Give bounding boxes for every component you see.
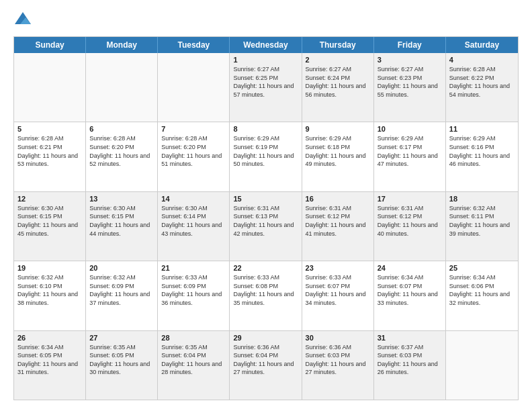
day-number: 9: [306, 125, 370, 133]
cell-details: Sunrise: 6:29 AMSunset: 6:16 PMDaylight:…: [449, 134, 515, 168]
day-number: 2: [306, 56, 370, 64]
calendar-cell: 12Sunrise: 6:30 AMSunset: 6:15 PMDayligh…: [14, 192, 86, 261]
cell-details: Sunrise: 6:27 AMSunset: 6:24 PMDaylight:…: [306, 65, 370, 99]
day-number: 28: [161, 334, 226, 342]
weekday-header: Monday: [86, 37, 158, 53]
day-number: 3: [378, 56, 442, 64]
calendar: SundayMondayTuesdayWednesdayThursdayFrid…: [13, 36, 519, 400]
calendar-cell: [158, 53, 230, 122]
calendar-cell: [446, 331, 518, 400]
day-number: 29: [233, 334, 298, 342]
cell-details: Sunrise: 6:27 AMSunset: 6:25 PMDaylight:…: [233, 65, 298, 99]
calendar-cell: 29Sunrise: 6:36 AMSunset: 6:04 PMDayligh…: [230, 331, 302, 400]
day-number: 10: [378, 125, 442, 133]
header: [13, 11, 519, 30]
logo-icon: [13, 11, 32, 30]
cell-details: Sunrise: 6:33 AMSunset: 6:07 PMDaylight:…: [306, 273, 370, 307]
logo: [13, 11, 35, 30]
calendar-cell: 25Sunrise: 6:34 AMSunset: 6:06 PMDayligh…: [446, 261, 518, 330]
cell-details: Sunrise: 6:31 AMSunset: 6:12 PMDaylight:…: [378, 204, 442, 238]
calendar-cell: 22Sunrise: 6:33 AMSunset: 6:08 PMDayligh…: [230, 261, 302, 330]
cell-details: Sunrise: 6:29 AMSunset: 6:17 PMDaylight:…: [378, 134, 442, 168]
weekday-header: Sunday: [14, 37, 86, 53]
cell-details: Sunrise: 6:28 AMSunset: 6:20 PMDaylight:…: [161, 134, 226, 168]
cell-details: Sunrise: 6:28 AMSunset: 6:22 PMDaylight:…: [449, 65, 515, 99]
weekday-header: Friday: [374, 37, 446, 53]
calendar-cell: 14Sunrise: 6:30 AMSunset: 6:14 PMDayligh…: [158, 192, 230, 261]
calendar-cell: 21Sunrise: 6:33 AMSunset: 6:09 PMDayligh…: [158, 261, 230, 330]
calendar-row: 12Sunrise: 6:30 AMSunset: 6:15 PMDayligh…: [14, 192, 518, 261]
day-number: 21: [161, 264, 226, 272]
day-number: 4: [449, 56, 515, 64]
cell-details: Sunrise: 6:33 AMSunset: 6:09 PMDaylight:…: [161, 273, 226, 307]
cell-details: Sunrise: 6:30 AMSunset: 6:15 PMDaylight:…: [17, 204, 82, 238]
calendar-cell: 18Sunrise: 6:32 AMSunset: 6:11 PMDayligh…: [446, 192, 518, 261]
weekday-header: Wednesday: [230, 37, 302, 53]
day-number: 20: [89, 264, 154, 272]
cell-details: Sunrise: 6:32 AMSunset: 6:11 PMDaylight:…: [449, 204, 515, 238]
calendar-cell: 8Sunrise: 6:29 AMSunset: 6:19 PMDaylight…: [230, 122, 302, 191]
cell-details: Sunrise: 6:33 AMSunset: 6:08 PMDaylight:…: [233, 273, 298, 307]
cell-details: Sunrise: 6:31 AMSunset: 6:13 PMDaylight:…: [233, 204, 298, 238]
page: SundayMondayTuesdayWednesdayThursdayFrid…: [0, 0, 532, 411]
day-number: 13: [89, 195, 154, 203]
calendar-row: 1Sunrise: 6:27 AMSunset: 6:25 PMDaylight…: [14, 53, 518, 122]
calendar-row: 19Sunrise: 6:32 AMSunset: 6:10 PMDayligh…: [14, 261, 518, 330]
day-number: 27: [89, 334, 154, 342]
calendar-cell: 23Sunrise: 6:33 AMSunset: 6:07 PMDayligh…: [302, 261, 374, 330]
calendar-cell: 13Sunrise: 6:30 AMSunset: 6:15 PMDayligh…: [86, 192, 158, 261]
day-number: 1: [233, 56, 298, 64]
calendar-cell: 1Sunrise: 6:27 AMSunset: 6:25 PMDaylight…: [230, 53, 302, 122]
cell-details: Sunrise: 6:34 AMSunset: 6:07 PMDaylight:…: [378, 273, 442, 307]
day-number: 17: [378, 195, 442, 203]
calendar-cell: 9Sunrise: 6:29 AMSunset: 6:18 PMDaylight…: [302, 122, 374, 191]
cell-details: Sunrise: 6:30 AMSunset: 6:14 PMDaylight:…: [161, 204, 226, 238]
cell-details: Sunrise: 6:29 AMSunset: 6:18 PMDaylight:…: [306, 134, 370, 168]
day-number: 5: [17, 125, 82, 133]
calendar-cell: 7Sunrise: 6:28 AMSunset: 6:20 PMDaylight…: [158, 122, 230, 191]
cell-details: Sunrise: 6:36 AMSunset: 6:03 PMDaylight:…: [306, 343, 370, 377]
calendar-cell: 16Sunrise: 6:31 AMSunset: 6:12 PMDayligh…: [302, 192, 374, 261]
day-number: 25: [449, 264, 515, 272]
day-number: 6: [89, 125, 154, 133]
calendar-cell: 5Sunrise: 6:28 AMSunset: 6:21 PMDaylight…: [14, 122, 86, 191]
calendar-cell: 15Sunrise: 6:31 AMSunset: 6:13 PMDayligh…: [230, 192, 302, 261]
calendar-cell: 24Sunrise: 6:34 AMSunset: 6:07 PMDayligh…: [374, 261, 446, 330]
calendar-row: 26Sunrise: 6:34 AMSunset: 6:05 PMDayligh…: [14, 331, 518, 400]
cell-details: Sunrise: 6:36 AMSunset: 6:04 PMDaylight:…: [233, 343, 298, 377]
day-number: 23: [306, 264, 370, 272]
day-number: 8: [233, 125, 298, 133]
cell-details: Sunrise: 6:30 AMSunset: 6:15 PMDaylight:…: [89, 204, 154, 238]
cell-details: Sunrise: 6:28 AMSunset: 6:21 PMDaylight:…: [17, 134, 82, 168]
day-number: 18: [449, 195, 515, 203]
cell-details: Sunrise: 6:27 AMSunset: 6:23 PMDaylight:…: [378, 65, 442, 99]
day-number: 30: [306, 334, 370, 342]
cell-details: Sunrise: 6:29 AMSunset: 6:19 PMDaylight:…: [233, 134, 298, 168]
calendar-body: 1Sunrise: 6:27 AMSunset: 6:25 PMDaylight…: [14, 53, 518, 400]
calendar-cell: 10Sunrise: 6:29 AMSunset: 6:17 PMDayligh…: [374, 122, 446, 191]
calendar-cell: 6Sunrise: 6:28 AMSunset: 6:20 PMDaylight…: [86, 122, 158, 191]
calendar-cell: [86, 53, 158, 122]
day-number: 7: [161, 125, 226, 133]
calendar-cell: 28Sunrise: 6:35 AMSunset: 6:04 PMDayligh…: [158, 331, 230, 400]
day-number: 11: [449, 125, 515, 133]
calendar-header: SundayMondayTuesdayWednesdayThursdayFrid…: [14, 37, 518, 53]
calendar-cell: 30Sunrise: 6:36 AMSunset: 6:03 PMDayligh…: [302, 331, 374, 400]
cell-details: Sunrise: 6:35 AMSunset: 6:05 PMDaylight:…: [89, 343, 154, 377]
calendar-cell: 19Sunrise: 6:32 AMSunset: 6:10 PMDayligh…: [14, 261, 86, 330]
weekday-header: Tuesday: [158, 37, 230, 53]
calendar-cell: 2Sunrise: 6:27 AMSunset: 6:24 PMDaylight…: [302, 53, 374, 122]
cell-details: Sunrise: 6:34 AMSunset: 6:06 PMDaylight:…: [449, 273, 515, 307]
cell-details: Sunrise: 6:34 AMSunset: 6:05 PMDaylight:…: [17, 343, 82, 377]
calendar-cell: 11Sunrise: 6:29 AMSunset: 6:16 PMDayligh…: [446, 122, 518, 191]
cell-details: Sunrise: 6:28 AMSunset: 6:20 PMDaylight:…: [89, 134, 154, 168]
day-number: 16: [306, 195, 370, 203]
day-number: 31: [378, 334, 442, 342]
calendar-cell: 27Sunrise: 6:35 AMSunset: 6:05 PMDayligh…: [86, 331, 158, 400]
cell-details: Sunrise: 6:32 AMSunset: 6:09 PMDaylight:…: [89, 273, 154, 307]
cell-details: Sunrise: 6:32 AMSunset: 6:10 PMDaylight:…: [17, 273, 82, 307]
day-number: 19: [17, 264, 82, 272]
day-number: 14: [161, 195, 226, 203]
day-number: 24: [378, 264, 442, 272]
calendar-cell: 31Sunrise: 6:37 AMSunset: 6:03 PMDayligh…: [374, 331, 446, 400]
